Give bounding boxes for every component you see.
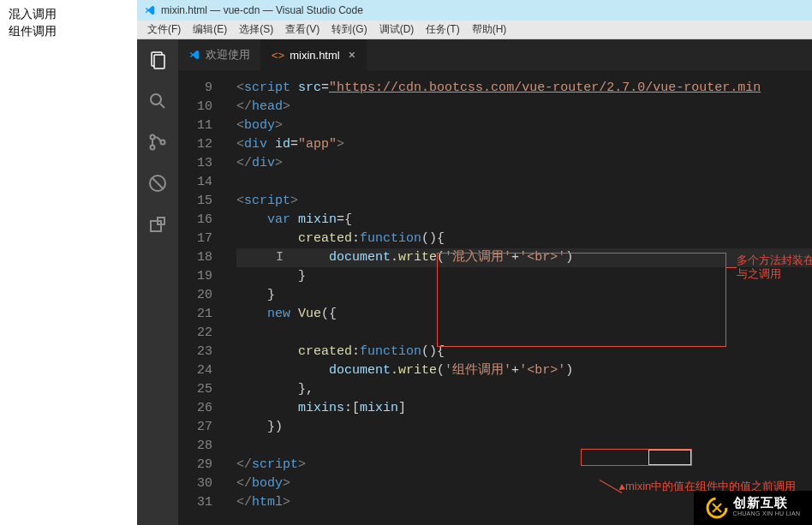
vscode-window: mixin.html — vue-cdn — Visual Studio Cod… [137, 0, 812, 525]
menubar[interactable]: 文件(F) 编辑(E) 选择(S) 查看(V) 转到(G) 调试(D) 任务(T… [137, 21, 812, 39]
explorer-icon[interactable] [147, 50, 168, 70]
tab-welcome[interactable]: 欢迎使用 [178, 39, 261, 70]
vscode-icon [144, 4, 156, 16]
svg-point-2 [151, 94, 161, 104]
activitybar [137, 39, 178, 525]
svg-point-4 [151, 135, 155, 140]
code-content[interactable]: <script src="https://cdn.bootcss.com/vue… [226, 70, 812, 525]
browser-output-panel: 混入调用 组件调用 [0, 0, 137, 525]
menu-goto[interactable]: 转到(G) [328, 21, 370, 39]
titlebar: mixin.html — vue-cdn — Visual Studio Cod… [137, 0, 812, 21]
watermark: 创新互联 CHUANG XIN HU LIAN [694, 491, 812, 525]
debug-icon[interactable] [147, 173, 168, 194]
extensions-icon[interactable] [147, 214, 168, 235]
svg-point-6 [161, 140, 165, 145]
svg-rect-9 [151, 221, 161, 231]
svg-point-5 [151, 146, 155, 150]
annotation-text: 多个方法封装在mixin中，组件需要即可与之调用 [737, 254, 812, 281]
close-icon[interactable]: × [349, 48, 355, 62]
menu-select[interactable]: 选择(S) [236, 21, 277, 39]
tab-mixin[interactable]: <> mixin.html × [261, 39, 367, 70]
output-line: 混入调用 [9, 5, 128, 22]
tab-label: 欢迎使用 [206, 47, 250, 63]
menu-view[interactable]: 查看(V) [282, 21, 323, 39]
svg-rect-1 [154, 55, 164, 69]
editor-tabs: 欢迎使用 <> mixin.html × [178, 39, 812, 70]
svg-line-3 [160, 104, 164, 108]
svg-line-8 [152, 178, 163, 188]
text-cursor: I [276, 248, 284, 267]
watermark-en: CHUANG XIN HU LIAN [733, 508, 801, 519]
code-editor[interactable]: 9101112131415161718192021222324252627282… [178, 70, 812, 525]
vscode-icon [188, 49, 200, 61]
watermark-logo-icon [706, 497, 728, 519]
annotation-arrow [726, 267, 737, 268]
menu-debug[interactable]: 调试(D) [376, 21, 418, 39]
html-icon: <> [272, 49, 284, 62]
git-icon[interactable] [147, 132, 168, 152]
line-gutter: 9101112131415161718192021222324252627282… [178, 70, 226, 525]
menu-edit[interactable]: 编辑(E) [189, 21, 230, 39]
tab-label: mixin.html [290, 49, 340, 62]
menu-help[interactable]: 帮助(H) [469, 21, 510, 39]
watermark-cn: 创新互联 [733, 497, 801, 508]
menu-tasks[interactable]: 任务(T) [422, 21, 463, 39]
output-line: 组件调用 [9, 22, 128, 39]
search-icon[interactable] [147, 91, 168, 111]
menu-file[interactable]: 文件(F) [144, 21, 184, 39]
window-title: mixin.html — vue-cdn — Visual Studio Cod… [161, 4, 363, 16]
